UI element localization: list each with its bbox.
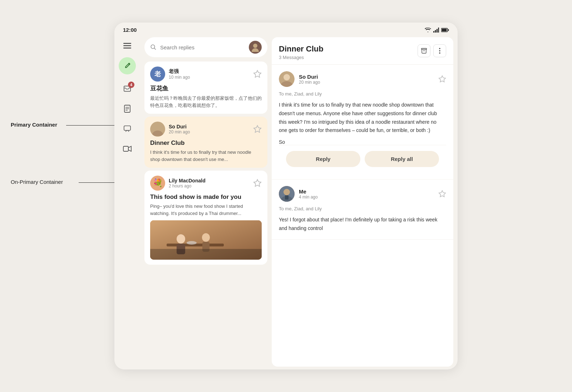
svg-point-17 — [151, 45, 155, 49]
status-time: 12:00 — [123, 27, 137, 33]
message-sender-name-2: Me — [299, 188, 438, 195]
status-bar: 12:00 — [114, 23, 458, 34]
star-icon-3[interactable] — [253, 179, 262, 187]
svg-rect-2 — [437, 29, 438, 33]
email-subject-3: This food show is made for you — [150, 193, 262, 201]
svg-marker-23 — [254, 180, 261, 186]
main-content: 4 — [114, 34, 458, 369]
status-icons — [425, 28, 449, 33]
svg-marker-20 — [254, 70, 261, 77]
email-subject-2: Dinner Club — [150, 139, 262, 147]
email-sender-name-1: 老强 — [169, 68, 253, 75]
archive-button[interactable] — [418, 44, 430, 57]
reply-all-button[interactable]: Reply all — [365, 151, 439, 167]
message-signature-1: So — [279, 139, 446, 145]
message-to-2: To me, Ziad, and Lily — [279, 206, 446, 211]
email-time-1: 10 min ago — [169, 75, 253, 80]
detail-message-count: 3 Messages — [279, 55, 324, 60]
message-star-icon-1[interactable] — [438, 75, 446, 83]
message-avatar-1 — [279, 71, 295, 87]
more-options-button[interactable] — [433, 44, 446, 57]
sidebar: 4 — [114, 34, 140, 369]
email-avatar-1: 老 — [150, 67, 165, 82]
svg-rect-9 — [123, 48, 131, 49]
svg-point-42 — [283, 189, 290, 195]
email-item-header-3: 💐 Lily MacDonald 2 hours ago — [150, 176, 262, 191]
sidebar-menu-icon[interactable] — [119, 37, 136, 54]
svg-point-29 — [202, 233, 210, 242]
reply-button[interactable]: Reply — [286, 151, 360, 167]
message-avatar-2 — [279, 186, 295, 202]
svg-rect-1 — [435, 30, 436, 33]
message-body-2: Yes! I forgot about that place! I'm defi… — [279, 216, 446, 233]
email-sender-name-2: So Duri — [169, 124, 253, 129]
sidebar-video-icon[interactable] — [119, 140, 136, 157]
message-time-1: 20 min ago — [299, 80, 438, 85]
svg-marker-44 — [439, 191, 445, 197]
svg-rect-7 — [123, 43, 131, 44]
email-sender-info-2: So Duri 20 min ago — [169, 124, 253, 134]
svg-point-31 — [187, 241, 197, 245]
svg-line-18 — [154, 48, 156, 50]
svg-point-36 — [439, 50, 440, 52]
svg-rect-15 — [124, 126, 130, 131]
annotation-primary-container: Primary Container — [11, 122, 57, 128]
email-list-panel: 老 老强 10 min ago 豆花鱼 最近忙吗？昨晚我去了你最爱的那家饭馆， — [140, 34, 272, 369]
reply-actions: Reply Reply all — [279, 145, 446, 173]
message-sender-name-1: So Duri — [299, 74, 438, 80]
svg-point-27 — [177, 234, 185, 244]
email-preview-2: I think it's time for us to finally try … — [150, 149, 262, 163]
sidebar-compose-icon[interactable] — [119, 57, 136, 74]
email-item-1[interactable]: 老 老强 10 min ago 豆花鱼 最近忙吗？昨晚我去了你最爱的那家饭馆， — [144, 62, 267, 114]
email-list: 老 老强 10 min ago 豆花鱼 最近忙吗？昨晚我去了你最爱的那家饭馆， — [140, 60, 272, 369]
email-detail-panel: Dinner Club 3 Messages — [272, 37, 453, 367]
svg-rect-3 — [438, 28, 439, 33]
sidebar-inbox-icon[interactable]: 4 — [119, 80, 136, 97]
svg-rect-8 — [123, 45, 131, 46]
svg-marker-22 — [254, 126, 261, 132]
email-subject-1: 豆花鱼 — [150, 84, 262, 93]
email-sender-info-3: Lily MacDonald 2 hours ago — [169, 178, 253, 188]
email-item-2[interactable]: So Duri 20 min ago Dinner Club I think i… — [144, 117, 267, 168]
message-header-2: Me 4 min ago — [279, 186, 446, 202]
message-item-2: Me 4 min ago To me, Ziad, and Lily Yes! … — [272, 180, 453, 240]
svg-point-37 — [439, 53, 440, 54]
email-item-header-1: 老 老强 10 min ago — [150, 67, 262, 82]
signal-icon — [433, 28, 439, 33]
email-time-3: 2 hours ago — [169, 183, 253, 188]
annotation-line-on-primary — [79, 182, 118, 183]
annotation-line-primary — [66, 125, 118, 126]
email-preview-1: 最近忙吗？昨晚我去了你最爱的那家饭馆，点了他们的特色豆花鱼，吃着吃着就想你了。 — [150, 95, 262, 109]
svg-rect-5 — [442, 29, 447, 31]
svg-point-39 — [283, 74, 290, 80]
svg-rect-33 — [421, 48, 427, 49]
search-bar[interactable] — [144, 37, 267, 57]
star-icon-1[interactable] — [253, 70, 262, 78]
message-star-icon-2[interactable] — [438, 190, 446, 198]
message-sender-info-2: Me 4 min ago — [299, 188, 438, 200]
battery-icon — [441, 28, 449, 32]
search-input[interactable] — [160, 44, 245, 50]
svg-rect-0 — [433, 31, 434, 33]
svg-rect-43 — [285, 195, 289, 200]
message-to-1: To me, Ziad, and Lily — [279, 91, 446, 97]
email-item-3[interactable]: 💐 Lily MacDonald 2 hours ago This — [144, 171, 267, 265]
email-sender-name-3: Lily MacDonald — [169, 178, 253, 183]
email-sender-info-1: 老强 10 min ago — [169, 68, 253, 80]
detail-header-actions — [418, 44, 446, 57]
search-icon — [150, 44, 157, 50]
message-sender-info-1: So Duri 20 min ago — [299, 74, 438, 85]
sidebar-chat-icon[interactable] — [119, 120, 136, 137]
message-item-1: So Duri 20 min ago To me, Ziad, and Lily… — [272, 65, 453, 180]
svg-point-19 — [253, 44, 257, 48]
search-avatar — [249, 41, 262, 54]
page-wrapper: Primary Container On-Primary Container 1… — [0, 0, 572, 392]
wifi-icon — [425, 28, 431, 33]
sidebar-document-icon[interactable] — [119, 100, 136, 117]
message-body-1: I think it's time for us to finally try … — [279, 101, 446, 135]
star-icon-2[interactable] — [253, 125, 262, 133]
detail-header: Dinner Club 3 Messages — [272, 37, 453, 65]
email-messages: So Duri 20 min ago To me, Ziad, and Lily… — [272, 65, 453, 367]
svg-point-35 — [439, 48, 440, 49]
annotation-on-primary-container: On-Primary Container — [11, 179, 63, 185]
